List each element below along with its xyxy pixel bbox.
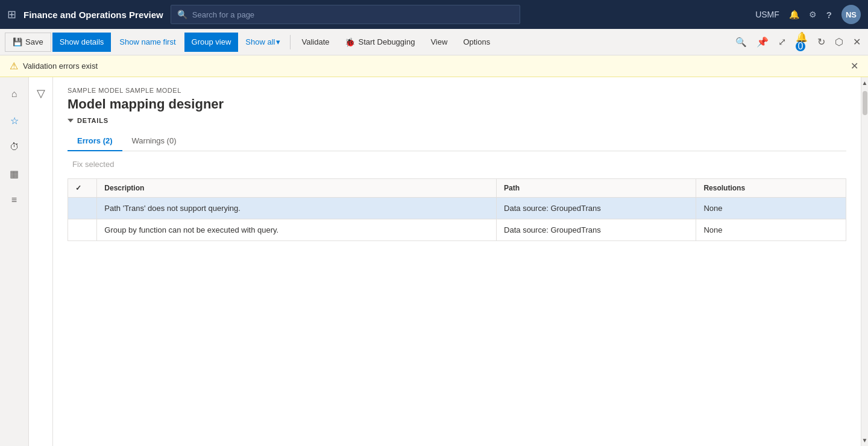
expand-icon[interactable]: ⤢ — [776, 34, 788, 50]
row-path-cell: Data source: GroupedTrans — [497, 219, 696, 241]
scroll-down-arrow[interactable]: ▼ — [862, 435, 868, 446]
details-section: DETAILS Errors (2) Warnings (0) Fix sele… — [53, 117, 861, 241]
scrollbar-thumb[interactable] — [863, 91, 867, 115]
row-check-cell — [68, 198, 97, 219]
debug-icon: 🐞 — [345, 37, 355, 47]
sidebar-item-home[interactable]: ⌂ — [2, 82, 27, 106]
alert-banner: ⚠ Validation errors exist ✕ — [0, 55, 868, 77]
row-description-cell: Group by function can not be executed wi… — [97, 219, 497, 241]
top-nav-bar: ⊞ Finance and Operations Preview 🔍 USMF … — [0, 0, 868, 29]
warning-icon: ⚠ — [10, 60, 18, 72]
search-icon: 🔍 — [177, 10, 187, 19]
errors-table: ✓ Description Path Resolutions Path 'Tra… — [68, 178, 846, 241]
toolbar-separator-1 — [290, 35, 291, 49]
content-area: SAMPLE MODEL SAMPLE MODEL Model mapping … — [53, 77, 861, 446]
notification-badge: 0 — [796, 42, 805, 51]
close-icon[interactable]: ✕ — [851, 34, 863, 50]
search-toolbar-icon[interactable]: 🔍 — [733, 34, 749, 50]
group-view-button[interactable]: Group view — [184, 33, 239, 52]
show-name-first-button[interactable]: Show name first — [112, 33, 183, 52]
col-header-description: Description — [97, 179, 497, 198]
col-header-path: Path — [497, 179, 696, 198]
details-header[interactable]: DETAILS — [68, 117, 846, 124]
sidebar-icons: ⌂ ☆ ⏱ ▦ ≡ — [0, 77, 29, 446]
col-header-resolutions: Resolutions — [696, 179, 846, 198]
details-collapse-arrow — [68, 119, 74, 122]
row-resolution-cell: None — [696, 198, 846, 219]
sidebar-item-recent[interactable]: ⏱ — [2, 135, 27, 159]
table-row[interactable]: Path 'Trans' does not support querying. … — [68, 198, 846, 219]
toolbar-right-icons: 🔍 📌 ⤢ 🔔 0 ↻ ⬡ ✕ — [733, 29, 863, 55]
row-description-cell: Path 'Trans' does not support querying. — [97, 198, 497, 219]
help-icon[interactable]: ? — [826, 10, 832, 20]
col-header-check: ✓ — [68, 179, 97, 198]
scrollbar-track: ▲ ▼ — [861, 77, 868, 446]
check-icon: ✓ — [75, 184, 81, 192]
org-label: USMF — [755, 10, 779, 19]
alert-close-button[interactable]: ✕ — [851, 60, 858, 72]
details-label: DETAILS — [77, 117, 108, 124]
scroll-up-arrow[interactable]: ▲ — [862, 77, 868, 89]
pin-icon[interactable]: 📌 — [754, 34, 771, 50]
table-header-row: ✓ Description Path Resolutions — [68, 179, 846, 198]
refresh-icon[interactable]: ↻ — [815, 34, 828, 50]
gear-icon[interactable]: ⚙ — [809, 10, 817, 19]
page-title: Model mapping designer — [68, 96, 846, 112]
view-button[interactable]: View — [423, 33, 454, 52]
fix-selected-row: Fix selected — [68, 151, 846, 176]
sidebar-item-favorites[interactable]: ☆ — [2, 108, 27, 133]
validate-button[interactable]: Validate — [294, 33, 336, 52]
app-title: Finance and Operations Preview — [24, 10, 163, 20]
open-new-icon[interactable]: ⬡ — [832, 34, 846, 50]
action-toolbar: 💾 Save Show details Show name first Grou… — [0, 29, 868, 55]
start-debugging-button[interactable]: 🐞 Start Debugging — [338, 33, 422, 52]
tab-warnings[interactable]: Warnings (0) — [122, 131, 186, 151]
user-avatar[interactable]: NS — [841, 5, 861, 24]
notification-icon[interactable]: 🔔 0 — [793, 29, 810, 55]
main-layout: ⌂ ☆ ⏱ ▦ ≡ ▽ SAMPLE MODEL SAMPLE MODEL Mo… — [0, 77, 868, 446]
row-path-cell: Data source: GroupedTrans — [497, 198, 696, 219]
show-all-button[interactable]: Show all ▾ — [239, 33, 286, 52]
search-bar[interactable]: 🔍 — [171, 5, 520, 24]
row-resolution-cell: None — [696, 219, 846, 241]
sidebar-item-list[interactable]: ≡ — [2, 188, 27, 212]
alert-message: Validation errors exist — [23, 61, 98, 71]
top-nav-right: USMF 🔔 ⚙ ? NS — [755, 5, 861, 24]
apps-grid-icon[interactable]: ⊞ — [7, 8, 16, 21]
page-header: SAMPLE MODEL SAMPLE MODEL Model mapping … — [53, 77, 861, 117]
fix-selected-button[interactable]: Fix selected — [68, 157, 119, 171]
save-button[interactable]: 💾 Save — [5, 33, 51, 52]
show-details-button[interactable]: Show details — [52, 33, 112, 52]
filter-icon[interactable]: ▽ — [34, 84, 48, 102]
filter-panel: ▽ — [29, 77, 53, 446]
sidebar-item-workspaces[interactable]: ▦ — [2, 162, 27, 186]
search-input[interactable] — [192, 10, 514, 19]
bell-icon[interactable]: 🔔 — [789, 10, 799, 19]
row-check-cell — [68, 219, 97, 241]
table-row[interactable]: Group by function can not be executed wi… — [68, 219, 846, 241]
chevron-down-icon: ▾ — [276, 37, 280, 46]
tabs-row: Errors (2) Warnings (0) — [68, 131, 846, 151]
save-icon: 💾 — [13, 37, 22, 46]
tab-errors[interactable]: Errors (2) — [68, 131, 122, 151]
breadcrumb: SAMPLE MODEL SAMPLE MODEL — [68, 87, 846, 94]
options-button[interactable]: Options — [456, 33, 497, 52]
